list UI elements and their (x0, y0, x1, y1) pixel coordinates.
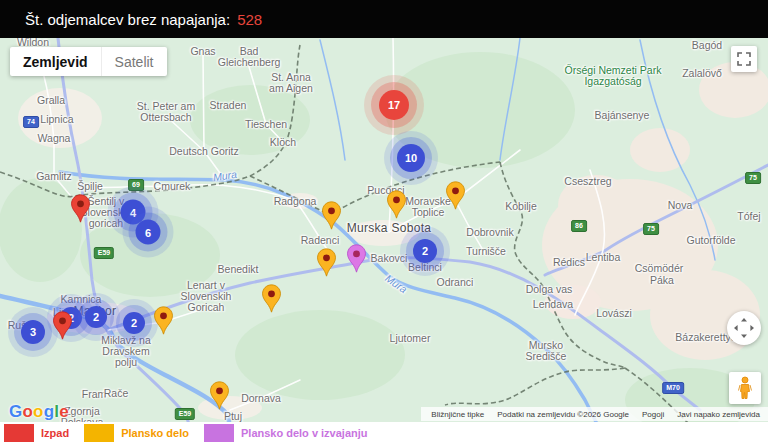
planned-work-pin[interactable] (316, 248, 337, 281)
town-label: Rače (104, 388, 129, 399)
road-shield: 74 (23, 116, 39, 128)
planned-work-pin[interactable] (445, 181, 466, 214)
town-label: Gutorfölde (686, 235, 735, 246)
town-label: Kobilje (505, 201, 537, 212)
legend-swatch (4, 424, 34, 442)
road-shield: 75 (745, 172, 761, 184)
town-label: Mursko Središče (526, 340, 567, 362)
town-label: Ljutomer (390, 333, 431, 344)
report-error-link[interactable]: Javi napako zemljevida (677, 410, 760, 419)
town-label: Miklavž na Dravskem polju (101, 335, 151, 368)
legend-item: Izpad (4, 424, 84, 442)
town-label: Gralla (37, 95, 65, 106)
road-shield: 69 (128, 179, 144, 191)
town-label: Zalalövő (682, 68, 722, 79)
outage-pin[interactable] (70, 194, 91, 227)
town-label: Lentiba (586, 252, 620, 263)
town-label: Moravske Toplice (405, 196, 451, 218)
pan-arrows-icon (732, 316, 756, 340)
road-shield: 75 (643, 223, 659, 235)
keyboard-shortcuts-link[interactable]: Bližnjične tipke (431, 410, 484, 419)
legend-item: Plansko delo v izvajanju (204, 424, 383, 442)
planned-work-pin[interactable] (261, 284, 282, 317)
planned-work-pin[interactable] (321, 201, 342, 234)
legend-label: Plansko delo v izvajanju (241, 427, 368, 439)
town-label: Straden (210, 100, 247, 111)
town-label: Fram (82, 389, 107, 400)
town-label: Cmurek (154, 181, 191, 192)
town-label: Lipnica (40, 114, 73, 125)
marker-cluster-blue[interactable]: 6 (136, 220, 161, 245)
town-label: Lendava (533, 299, 573, 310)
road-shield: E59 (94, 247, 114, 259)
marker-cluster-blue[interactable]: 2 (123, 312, 145, 334)
town-label: Bakovci (371, 253, 408, 264)
pan-control-button[interactable] (727, 311, 761, 345)
town-label: Dolga vas (526, 284, 573, 295)
marker-cluster-blue[interactable]: 2 (413, 239, 437, 263)
marker-cluster-blue[interactable]: 3 (21, 320, 45, 344)
road-shield: 86 (571, 220, 587, 232)
map-type-map-button[interactable]: Zemljevid (10, 47, 101, 76)
town-label: Dornava (241, 393, 281, 404)
town-label: Csömödér (635, 263, 683, 274)
marker-cluster-blue[interactable]: 2 (85, 306, 107, 328)
planned-work-pin[interactable] (153, 306, 174, 339)
town-label: Dobrovnik (466, 227, 513, 238)
town-label: St. Anna am Aigen (269, 72, 313, 94)
area-label: Őrségi Nemzeti Park Igazgatóság (565, 65, 662, 87)
planned-work-in-progress-pin[interactable] (346, 244, 367, 277)
town-label: Deutsch Goritz (169, 146, 238, 157)
planned-work-pin[interactable] (209, 381, 230, 414)
town-label: Wagna (38, 133, 71, 144)
map-type-control: Zemljevid Satelit (10, 47, 167, 76)
fullscreen-icon (736, 51, 752, 67)
map-data-text: Podatki na zemljevidu ©2026 Google (497, 410, 629, 419)
town-label: Odranci (437, 277, 474, 288)
road-shield: E59 (175, 408, 195, 420)
attribution-bar: Bližnjične tipke Podatki na zemljevidu ©… (421, 407, 768, 421)
town-label: Tieschen (245, 119, 287, 130)
town-label: Bajánsenye (595, 110, 650, 121)
town-label: Wildon (17, 37, 49, 48)
outage-count-label: Št. odjemalcev brez napajanja: (25, 11, 230, 28)
town-label: Klöch (270, 137, 296, 148)
legend-label: Plansko delo (121, 427, 189, 439)
town-label: Nova (668, 200, 693, 211)
outage-map-app: WildonGnasBad GleichenbergSt. Anna am Ai… (0, 0, 768, 443)
town-label: Páka (650, 275, 674, 286)
legend-item: Plansko delo (84, 424, 204, 442)
terms-link[interactable]: Pogoji (642, 410, 664, 419)
header: Št. odjemalcev brez napajanja: 528 (0, 0, 768, 38)
legend-swatch (84, 424, 114, 442)
legend-label: Izpad (41, 427, 69, 439)
town-label: St. Peter am Ottersbach (137, 101, 195, 123)
marker-cluster-red[interactable]: 17 (379, 90, 409, 120)
fullscreen-button[interactable] (731, 46, 757, 72)
town-label: Gamlitz (36, 171, 72, 182)
google-logo[interactable]: Google (9, 402, 69, 422)
town-label: Lenart v Slovenskih Goricah (181, 280, 232, 313)
town-label: Bad Gleichenberg (218, 46, 280, 68)
town-label: Benedikt (218, 264, 259, 275)
town-label: Radgona (274, 196, 317, 207)
outage-count-value: 528 (237, 11, 262, 28)
town-label: Murska Sobota (347, 223, 432, 234)
legend-bar: IzpadPlansko deloPlansko delo v izvajanj… (0, 422, 768, 443)
town-label: Lovászi (596, 308, 632, 319)
town-label: Radenci (301, 235, 340, 246)
outage-pin[interactable] (52, 311, 73, 344)
legend-swatch (204, 424, 234, 442)
pegman-icon (735, 376, 755, 400)
town-label: Špilje (77, 181, 103, 192)
planned-work-pin[interactable] (386, 190, 407, 223)
town-label: Gnas (190, 46, 215, 57)
town-label: Tófej (737, 211, 760, 222)
marker-cluster-blue[interactable]: 10 (397, 144, 425, 172)
street-view-pegman-button[interactable] (729, 372, 761, 404)
town-label: Turnišče (466, 246, 506, 257)
map-type-satellite-button[interactable]: Satelit (101, 47, 167, 76)
town-label: Csesztreg (564, 176, 611, 187)
town-label: Beltinci (408, 262, 442, 273)
town-label: Bagód (692, 40, 722, 51)
